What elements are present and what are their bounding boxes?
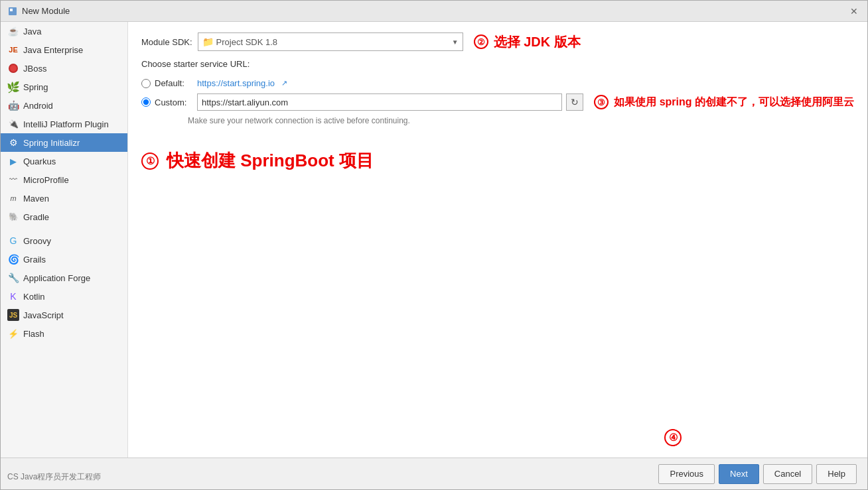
sidebar-item-gradle[interactable]: 🐘 Gradle: [1, 208, 127, 226]
sidebar-item-spring[interactable]: 🌿 Spring: [1, 78, 127, 96]
custom-url-refresh-button[interactable]: ↻: [566, 93, 583, 111]
sidebar-item-java-enterprise[interactable]: JE Java Enterprise: [1, 40, 127, 59]
sdk-label: Module SDK:: [141, 37, 192, 47]
cancel-button[interactable]: Cancel: [763, 464, 812, 484]
custom-url-input[interactable]: [197, 93, 562, 111]
quarkus-icon: ▶: [7, 155, 19, 167]
annotation-2-text: 选择 JDK 版本: [494, 33, 581, 51]
close-button[interactable]: ✕: [847, 5, 861, 18]
previous-button[interactable]: Previous: [658, 464, 715, 484]
sidebar-item-flash[interactable]: ⚡ Flash: [1, 324, 127, 343]
sidebar-item-java[interactable]: ☕ Java: [1, 22, 127, 40]
quick-create-text: 快速创建 SpringBoot 项目: [167, 149, 374, 172]
sidebar-item-microprofile[interactable]: 〰 MicroProfile: [1, 170, 127, 189]
sdk-dropdown-arrow: ▼: [452, 38, 459, 46]
sidebar-item-application-forge[interactable]: 🔧 Application Forge: [1, 269, 127, 287]
folder-icon: 📁: [202, 36, 214, 47]
custom-radio[interactable]: [141, 97, 151, 107]
gradle-icon: 🐘: [7, 211, 19, 223]
maven-icon: m: [7, 192, 19, 204]
default-url-link[interactable]: https://start.spring.io: [197, 78, 275, 88]
default-radio[interactable]: [141, 79, 151, 88]
custom-annotation: ③ 如果使用 spring 的创建不了，可以选择使用阿里云: [594, 95, 854, 109]
svg-rect-1: [10, 9, 13, 11]
sidebar-item-jboss[interactable]: JBoss: [1, 59, 127, 78]
intellij-icon: 🔌: [7, 118, 19, 130]
quick-create-annotation: ① 快速创建 SpringBoot 项目: [141, 149, 854, 172]
annotation-2-badge: ②: [474, 34, 488, 49]
java-enterprise-icon: JE: [7, 44, 19, 56]
sidebar-item-android[interactable]: 🤖 Android: [1, 96, 127, 115]
annotation-3-text: 如果使用 spring 的创建不了，可以选择使用阿里云: [614, 95, 854, 109]
warning-text: Make sure your network connection is act…: [188, 116, 854, 125]
android-icon: 🤖: [7, 99, 19, 111]
starter-url-label: Choose starter service URL:: [141, 59, 854, 69]
default-radio-label: Default:: [155, 78, 193, 88]
dialog-content: ☕ Java JE Java Enterprise JBoss 🌿 Spring: [1, 22, 867, 458]
appforge-icon: 🔧: [7, 272, 19, 284]
annotation-1-badge: ①: [141, 153, 159, 170]
sidebar-item-quarkus[interactable]: ▶ Quarkus: [1, 152, 127, 170]
grails-icon: 🌀: [7, 253, 19, 265]
annotation-4: ④: [664, 429, 682, 446]
title-bar: New Module ✕: [1, 1, 867, 22]
kotlin-icon: K: [7, 290, 19, 302]
annotation-4-badge: ④: [664, 429, 682, 446]
custom-radio-row: Custom: ↻ ③ 如果使用 spring 的创建不了，可以选择使用阿里云: [141, 93, 854, 111]
groovy-icon: G: [7, 235, 19, 247]
js-icon: JS: [7, 309, 19, 321]
jboss-icon: [7, 62, 19, 74]
sdk-select[interactable]: 📁 Project SDK 1.8 ▼: [198, 32, 463, 51]
java-icon: ☕: [7, 25, 19, 37]
sidebar-item-groovy[interactable]: G Groovy: [1, 231, 127, 250]
overlay-label: CS Java程序员开发工程师: [7, 471, 101, 483]
microprofile-icon: 〰: [7, 174, 19, 186]
spring-initializr-icon: ⚙: [7, 137, 19, 149]
sdk-row: Module SDK: 📁 Project SDK 1.8 ▼ ② 选择 JDK…: [141, 32, 854, 51]
next-button[interactable]: Next: [719, 464, 759, 484]
sidebar-item-maven[interactable]: m Maven: [1, 189, 127, 208]
footer-bar: ④ CS Java程序员开发工程师 Previous Next Cancel H…: [1, 458, 867, 489]
sidebar-item-spring-initializr[interactable]: ⚙ Spring Initializr: [1, 133, 127, 152]
flash-icon: ⚡: [7, 328, 19, 339]
new-module-dialog: New Module ✕ ☕ Java JE Java Enterprise J…: [0, 0, 868, 490]
sidebar-item-grails[interactable]: 🌀 Grails: [1, 250, 127, 269]
sidebar-item-intellij-plugin[interactable]: 🔌 IntelliJ Platform Plugin: [1, 115, 127, 133]
module-type-list: ☕ Java JE Java Enterprise JBoss 🌿 Spring: [1, 22, 128, 458]
main-panel: Module SDK: 📁 Project SDK 1.8 ▼ ② 选择 JDK…: [128, 22, 867, 458]
custom-radio-label: Custom:: [155, 97, 193, 107]
sdk-value: Project SDK 1.8: [216, 37, 278, 47]
spring-icon: 🌿: [7, 81, 19, 93]
dialog-title: New Module: [22, 6, 847, 16]
help-button[interactable]: Help: [816, 464, 857, 484]
link-arrow-icon: ↗: [281, 79, 287, 88]
default-radio-row: Default: https://start.spring.io ↗: [141, 78, 854, 88]
sdk-annotation: ② 选择 JDK 版本: [474, 33, 581, 51]
annotation-3-badge: ③: [594, 95, 609, 109]
sidebar-item-javascript[interactable]: JS JavaScript: [1, 306, 127, 324]
dialog-icon: [7, 6, 18, 17]
sidebar-item-kotlin[interactable]: K Kotlin: [1, 287, 127, 306]
